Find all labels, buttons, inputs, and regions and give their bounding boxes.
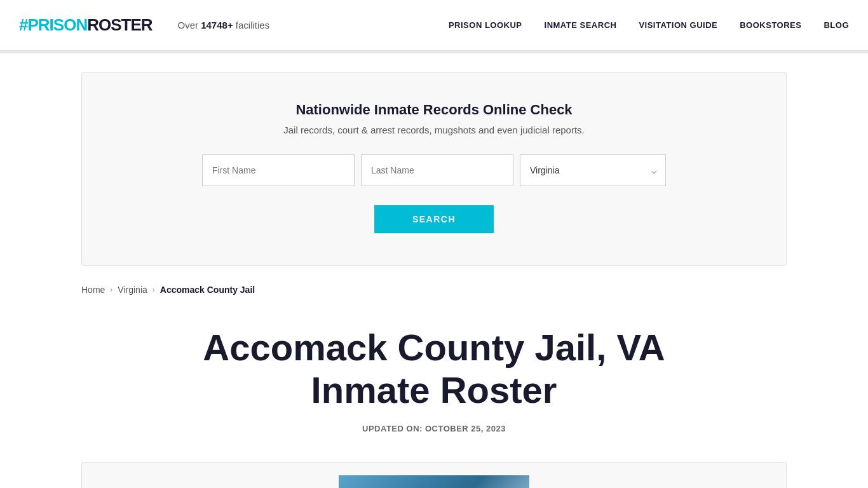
nav-bookstores[interactable]: BOOKSTORES xyxy=(740,20,801,30)
breadcrumb-home[interactable]: Home xyxy=(81,285,105,295)
breadcrumb-state[interactable]: Virginia xyxy=(118,285,147,295)
logo-hash: # xyxy=(19,15,27,35)
search-button-row: SEARCH xyxy=(107,199,761,233)
breadcrumb: Home › Virginia › Accomack County Jail xyxy=(81,285,787,295)
last-name-wrap xyxy=(361,154,513,186)
header-divider xyxy=(0,51,868,53)
search-form: Virginia Alabama Alaska Arizona Arkansas… xyxy=(107,154,761,233)
breadcrumb-sep-1: › xyxy=(110,285,112,294)
page-title-section: Accomack County Jail, VA Inmate Roster U… xyxy=(0,308,868,449)
facilities-suffix: facilities xyxy=(233,20,270,30)
nav-blog[interactable]: BLOG xyxy=(824,20,849,30)
search-section-title: Nationwide Inmate Records Online Check xyxy=(107,102,761,118)
facilities-count-text: Over 14748+ facilities xyxy=(178,20,270,30)
last-name-input[interactable] xyxy=(361,154,513,186)
logo-roster-text: ROSTER xyxy=(87,15,152,35)
page-title: Accomack County Jail, VA Inmate Roster xyxy=(148,327,720,411)
state-select-wrap: Virginia Alabama Alaska Arizona Arkansas… xyxy=(520,154,666,186)
breadcrumb-sep-2: › xyxy=(153,285,155,294)
nav-prison-lookup[interactable]: PRISON LOOKUP xyxy=(449,20,522,30)
updated-date: UPDATED ON: OCTOBER 25, 2023 xyxy=(13,424,855,433)
facilities-number: 14748+ xyxy=(201,20,233,30)
logo-prison-text: PRISON xyxy=(27,15,87,35)
nav-inmate-search[interactable]: INMATE SEARCH xyxy=(545,20,617,30)
breadcrumb-current-page: Accomack County Jail xyxy=(160,285,255,295)
search-section: Nationwide Inmate Records Online Check J… xyxy=(81,72,787,266)
search-button[interactable]: SEARCH xyxy=(374,205,494,233)
site-header: #PRISONROSTER Over 14748+ facilities PRI… xyxy=(0,0,868,51)
main-nav: PRISON LOOKUP INMATE SEARCH VISITATION G… xyxy=(449,20,849,30)
search-section-subtitle: Jail records, court & arrest records, mu… xyxy=(107,125,761,135)
first-name-wrap xyxy=(202,154,355,186)
first-name-input[interactable] xyxy=(202,154,355,186)
state-select[interactable]: Virginia Alabama Alaska Arizona Arkansas… xyxy=(520,154,666,186)
facility-building-image xyxy=(339,475,529,488)
site-logo[interactable]: #PRISONROSTER xyxy=(19,15,153,35)
nav-visitation-guide[interactable]: VISITATION GUIDE xyxy=(639,20,717,30)
facility-card xyxy=(81,462,787,488)
